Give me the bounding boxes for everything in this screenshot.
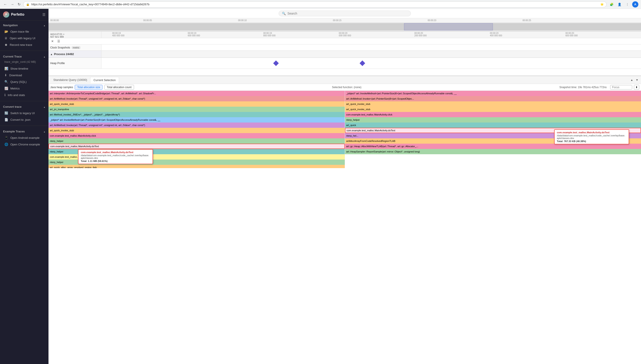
search-input[interactable] (287, 12, 408, 15)
flame-row-left-9[interactable]: nterp_helper (49, 138, 345, 144)
sidebar-item-open-trace[interactable]: 📂 Open trace file (0, 28, 49, 35)
open-file-icon: 📂 (5, 30, 8, 33)
refresh-button[interactable]: ↻ (17, 1, 21, 7)
sidebar-divider-2 (0, 101, 49, 101)
sidebar-item-show-timeline[interactable]: 📊 Show timeline (0, 65, 49, 72)
panel-dropdown-btn[interactable]: ▼ (635, 78, 639, 82)
settings-icon[interactable]: ⋮ (624, 1, 630, 8)
download-icon: ⬇ (5, 73, 7, 77)
address-bar[interactable]: 🔒 ⭐ (23, 1, 607, 8)
minimap[interactable]: 00:00:00 00:00:05 00:00:10 00:00:15 00:0… (49, 18, 641, 32)
sidebar-item-convert-json[interactable]: 📄 Convert to .json (0, 116, 49, 123)
trace-filename: trace_single_conti (42 MB) (0, 60, 49, 65)
flame-table[interactable]: art::interpreter::ArtInterpreterToCompil… (49, 91, 641, 168)
examples-collapse-icon (44, 130, 46, 133)
json-icon: 📄 (5, 118, 8, 122)
legacy-ui-icon: 🖥 (5, 36, 8, 40)
flame-row-left-2[interactable]: art_quick_invoke_stub (49, 101, 345, 107)
flame-row-right-6[interactable]: art_quick (345, 122, 641, 128)
tooltip-left-path: /data/data/com.example.test_malloc/code_… (81, 154, 150, 159)
search-bar: 🔍 (49, 9, 641, 18)
sidebar-item-download[interactable]: ⬇ Download (0, 72, 49, 78)
url-input[interactable] (31, 3, 598, 6)
extensions-icon[interactable]: 🧩 (608, 1, 614, 8)
sidebar-examples-header[interactable]: Example Traces (0, 128, 49, 134)
tab-current-selection[interactable]: Current Selection (90, 77, 119, 83)
heap-profile-content[interactable] (101, 58, 641, 68)
heap-samples-label: Java heap samples (50, 86, 73, 89)
hamburger-menu[interactable]: ☰ (42, 12, 46, 17)
heap-diamond-2[interactable] (360, 60, 365, 66)
metrics-icon: 📈 (5, 86, 8, 90)
flame-row-left-3[interactable]: art_jni_trampoline (49, 107, 345, 112)
flame-row-left-6[interactable]: art::ArtMethod::Invoke(art::Thread*, uns… (49, 122, 345, 128)
sidebar-nav-header[interactable]: Navigation (0, 22, 49, 28)
flame-row-right-3[interactable]: art_quick_invoke_stub (345, 107, 641, 112)
flame-row-left-5[interactable]: _jobject* art::InvokeMethod<(art::Pointe… (49, 117, 345, 122)
flame-row-left-10[interactable]: com.example.test_malloc.MainActivity.doT… (49, 144, 345, 149)
flame-row-right-0[interactable]: _jobject* art::InvokeMethod<(art::Pointe… (345, 91, 641, 96)
back-button[interactable]: ← (3, 2, 8, 7)
snapshot-time-label: Snapshot time: 19s 781ms 425us 772ns (559, 86, 607, 89)
sidebar-item-metrics[interactable]: 📈 Metrics (0, 85, 49, 92)
bottom-panel: Standalone Query (10000) Current Selecti… (49, 76, 641, 168)
clock-badge: metric (72, 46, 81, 49)
btn-total-alloc-size[interactable]: Total allocation size (75, 85, 103, 90)
flame-row-right-4[interactable]: com.example.test_malloc.MainActivity.cli… (345, 112, 641, 117)
flame-row-right-1[interactable]: art::ArtMethod::Invoke<(art::PointerSize… (345, 96, 641, 101)
profile-icon[interactable]: 👤 (616, 1, 622, 8)
clock-snapshots-label: Clock Snapshots metric (49, 44, 101, 50)
menu-btn[interactable]: ☰ (57, 39, 61, 44)
heap-profile-label: Heap Profile (49, 58, 101, 68)
sidebar-trace-header[interactable]: Current Trace (0, 54, 49, 60)
controls-row: ✕ ☰ (49, 38, 641, 44)
heap-diamond-1[interactable] (273, 60, 279, 66)
panel-expand-btn[interactable]: ▲ (629, 78, 634, 82)
flame-row-right-5[interactable]: nterp_helper (345, 117, 641, 122)
focus-input[interactable] (610, 85, 632, 90)
flame-row-left-1[interactable]: art::ArtMethod::Invoke(art::Thread*, uns… (49, 96, 345, 101)
browser-topbar: ← → ↻ 🔒 ⭐ 🧩 👤 ⋮ A (0, 0, 641, 9)
sidebar-divider-3 (0, 126, 49, 126)
flame-row-left-7[interactable]: art_quick_invoke_stub (49, 128, 345, 133)
sidebar-convert-header[interactable]: Convert trace (0, 104, 49, 110)
app-logo: P (3, 12, 9, 18)
clock-content (101, 44, 641, 50)
minimap-selection (404, 23, 493, 30)
timestamp-ticks: 00:00:19400 000 000 00:00:19600 000 000 … (101, 32, 641, 38)
sidebar-item-query-sql[interactable]: 🔍 Query (SQL) (0, 78, 49, 85)
close-btn[interactable]: ✕ (50, 39, 55, 44)
sidebar-item-record-trace[interactable]: ⏺ Record new trace (0, 42, 49, 48)
tab-standalone-query[interactable]: Standalone Query (10000) (50, 77, 90, 83)
user-avatar[interactable]: A (632, 1, 638, 8)
forward-button[interactable]: → (10, 2, 15, 7)
flamegraph-download-btn[interactable]: ⬇ (634, 85, 639, 90)
flame-row-left-8[interactable]: com.example.test_malloc.MainActivity.cli… (49, 133, 345, 138)
btn-total-alloc-count[interactable]: Total allocation count (104, 85, 134, 90)
flame-row-right-10[interactable]: art::gc::Heap::AllocWithNewTLAB(art::Thr… (345, 144, 641, 149)
main-layout: P Perfetto ☰ Navigation 📂 Open trace fil… (0, 9, 641, 364)
flame-row-left-4[interactable]: art::Method_invoke(_JNIEnv*, _jobject*, … (49, 112, 345, 117)
focus-group (610, 85, 632, 90)
tooltip-left-total: Total: 1.11 MB (59.61%) (81, 160, 150, 162)
sidebar-item-switch-legacy[interactable]: 🔄 Switch to legacy UI (0, 110, 49, 116)
process-collapse-icon: ▲ (50, 53, 53, 56)
sidebar-examples-section: Example Traces 📱 Open Android example 🌐 … (0, 127, 49, 150)
flame-row-right-11[interactable]: art::HeapSampler::ReportSample(art::mirr… (345, 149, 641, 154)
process-header[interactable]: ▲ Process 24492 (49, 51, 641, 58)
chrome-icon: 🌐 (5, 142, 8, 146)
flame-row-left-14[interactable]: art_quick_alloc_array_resolved_region_tl… (49, 165, 345, 168)
browser-icons: 🧩 👤 ⋮ A (608, 1, 638, 8)
sidebar-item-chrome-example[interactable]: 🌐 Open Chrome example (0, 141, 49, 148)
sidebar-item-android-example[interactable]: 📱 Open Android example (0, 134, 49, 141)
timeline-icon: 📊 (5, 67, 8, 70)
sidebar-item-legacy-ui[interactable]: 🖥 Open with legacy UI (0, 35, 49, 42)
time-ruler: 00:00:00 00:00:05 00:00:10 00:00:15 00:0… (49, 18, 641, 23)
flame-row-left-0[interactable]: art::interpreter::ArtInterpreterToCompil… (49, 91, 345, 96)
nav-collapse-icon (44, 24, 46, 27)
search-input-wrapper[interactable]: 🔍 (279, 10, 411, 16)
sidebar-item-info-stats[interactable]: ℹ Info and stats (0, 92, 49, 98)
trace-content[interactable]: 4d14:47:01 + 507 921 989 00:00:19400 000… (49, 32, 641, 76)
process-content (101, 51, 641, 58)
flame-row-right-2[interactable]: art_quick_invoke_stub (345, 101, 641, 107)
